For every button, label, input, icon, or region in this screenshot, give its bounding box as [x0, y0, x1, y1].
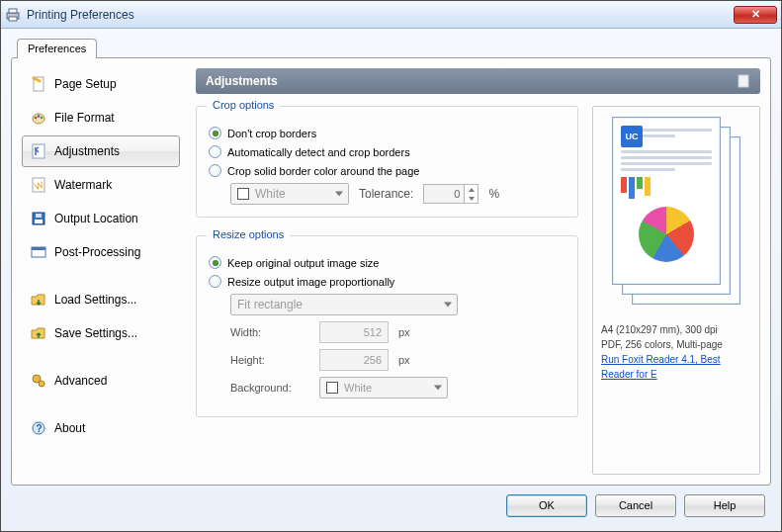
svg-rect-20	[739, 75, 748, 87]
sidebar-item-label: Load Settings...	[54, 293, 136, 307]
application-icon	[31, 244, 46, 260]
sidebar-item-label: Save Settings...	[54, 326, 137, 340]
sidebar-item-page-setup[interactable]: Page Setup	[22, 68, 180, 100]
sidebar-item-label: Post-Processing	[54, 245, 140, 259]
group-resize-options: Resize options Keep original output imag…	[196, 235, 578, 417]
preview-link[interactable]: Run Foxit Reader 4.1, Best Reader for E	[601, 354, 721, 380]
svg-point-7	[41, 117, 43, 120]
sidebar-item-output-location[interactable]: Output Location	[22, 203, 180, 234]
spinner-buttons[interactable]	[465, 184, 478, 204]
watermark-icon: W	[31, 177, 46, 193]
printer-icon	[5, 7, 21, 23]
sidebar-item-file-format[interactable]: File Format	[22, 102, 180, 133]
palette-icon	[31, 110, 46, 126]
sidebar-item-label: Adjustments	[54, 144, 120, 158]
sidebar-item-post-processing[interactable]: Post-Processing	[22, 236, 180, 268]
page-icon	[737, 74, 750, 88]
height-label: Height:	[230, 354, 309, 366]
height-unit: px	[398, 354, 410, 366]
svg-rect-12	[35, 220, 43, 223]
tolerance-unit: %	[488, 187, 499, 201]
radio-crop-auto[interactable]: Automatically detect and crop borders	[209, 145, 565, 158]
svg-rect-13	[36, 214, 42, 218]
radio-resize-proportional[interactable]: Resize output image proportionally	[209, 275, 565, 288]
radio-label: Resize output image proportionally	[227, 276, 394, 288]
width-label: Width:	[230, 326, 309, 338]
preview-size: A4 (210x297 mm), 300 dpi	[601, 322, 751, 337]
tab-preferences[interactable]: Preferences	[17, 39, 97, 58]
content: Adjustments Crop options Don't crop bord…	[180, 68, 760, 475]
width-unit: px	[398, 326, 410, 338]
width-input[interactable]	[319, 321, 389, 343]
folder-save-icon	[31, 325, 46, 341]
radio-crop-solid[interactable]: Crop solid border color around the page	[209, 164, 565, 177]
sidebar-item-watermark[interactable]: W Watermark	[22, 169, 180, 201]
sidebar-item-save-settings[interactable]: Save Settings...	[22, 317, 180, 349]
svg-point-17	[39, 381, 44, 387]
footer: OK Cancel Help	[11, 486, 771, 525]
sidebar-item-adjustments[interactable]: Adjustments	[22, 135, 180, 167]
help-button[interactable]: Help	[684, 494, 765, 517]
radio-icon	[209, 275, 221, 288]
color-swatch-icon	[237, 188, 249, 200]
radio-icon	[209, 145, 221, 158]
panel: Page Setup File Format Adjustments W Wat…	[11, 57, 771, 486]
help-icon: ?	[31, 420, 46, 436]
tolerance-label: Tolerance:	[359, 187, 413, 201]
chevron-down-icon	[335, 192, 343, 197]
resize-mode-combo[interactable]: Fit rectangle	[230, 294, 458, 315]
svg-rect-2	[9, 17, 17, 21]
chevron-up-icon	[465, 185, 478, 194]
close-icon: ✕	[751, 8, 760, 21]
combo-value: Fit rectangle	[237, 298, 303, 311]
radio-crop-none[interactable]: Don't crop borders	[209, 127, 565, 139]
sidebar-item-advanced[interactable]: Advanced	[22, 365, 180, 397]
sidebar-item-label: Page Setup	[54, 77, 117, 91]
close-button[interactable]: ✕	[734, 6, 777, 24]
chevron-down-icon	[465, 194, 478, 203]
section-title: Adjustments	[206, 74, 278, 88]
tolerance-spinner[interactable]	[423, 184, 478, 204]
radio-resize-keep[interactable]: Keep original output image size	[209, 256, 565, 269]
combo-value: White	[255, 187, 286, 201]
save-icon	[31, 211, 46, 226]
ok-button[interactable]: OK	[506, 494, 587, 517]
tolerance-input[interactable]	[423, 184, 465, 204]
svg-point-6	[38, 115, 41, 118]
radio-label: Crop solid border color around the page	[227, 165, 419, 177]
group-crop-options: Crop options Don't crop borders Automati…	[196, 106, 578, 218]
radio-label: Don't crop borders	[227, 128, 316, 139]
svg-rect-15	[32, 247, 45, 250]
color-swatch-icon	[326, 382, 338, 394]
form-column: Crop options Don't crop borders Automati…	[196, 106, 578, 475]
folder-open-icon	[31, 292, 46, 308]
crop-color-combo[interactable]: White	[230, 183, 349, 205]
sidebar-item-about[interactable]: ? About	[22, 412, 180, 444]
window: Printing Preferences ✕ Preferences Page …	[0, 0, 782, 532]
height-input[interactable]	[319, 349, 389, 371]
svg-point-5	[35, 117, 38, 120]
chevron-down-icon	[434, 386, 442, 391]
background-color-combo[interactable]: White	[319, 377, 448, 399]
radio-label: Automatically detect and crop borders	[227, 146, 410, 158]
radio-label: Keep original output image size	[227, 257, 379, 269]
sidebar-item-label: Watermark	[54, 178, 112, 192]
titlebar: Printing Preferences ✕	[1, 1, 781, 29]
combo-value: White	[344, 382, 372, 394]
radio-icon	[209, 127, 221, 139]
sidebar-item-load-settings[interactable]: Load Settings...	[22, 284, 180, 315]
pie-chart-icon	[639, 207, 694, 262]
window-title: Printing Preferences	[27, 8, 134, 22]
preview-format: PDF, 256 colors, Multi-page	[601, 337, 751, 352]
sidebar: Page Setup File Format Adjustments W Wat…	[22, 68, 180, 475]
tab-strip: Preferences	[11, 37, 771, 58]
section-header: Adjustments	[196, 68, 760, 94]
cancel-button[interactable]: Cancel	[595, 494, 676, 517]
group-legend: Resize options	[207, 228, 290, 240]
preview-meta: A4 (210x297 mm), 300 dpi PDF, 256 colors…	[601, 322, 751, 382]
svg-text:?: ?	[37, 423, 43, 434]
adjustments-icon	[31, 143, 46, 159]
radio-icon	[209, 164, 221, 177]
gears-icon	[31, 373, 46, 389]
sidebar-item-label: Advanced	[54, 374, 107, 388]
